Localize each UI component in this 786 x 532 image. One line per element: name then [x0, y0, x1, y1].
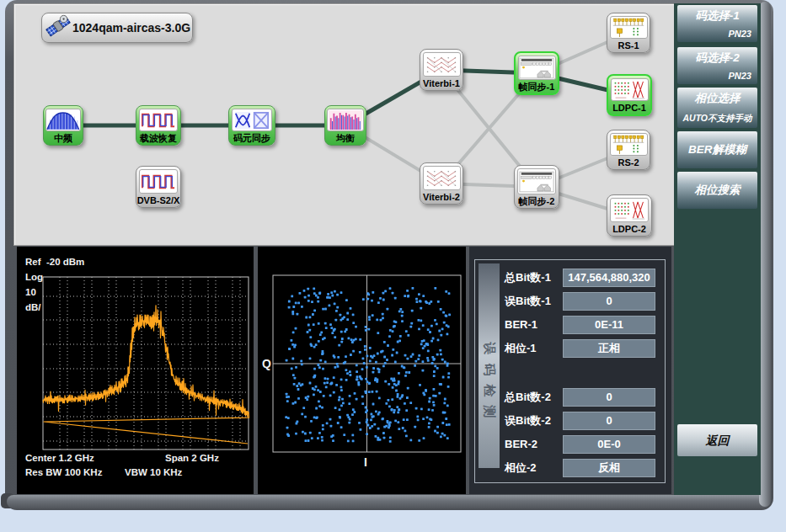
ber-row-value: 0 [563, 292, 655, 311]
signal-chain-panel: 1024qam-aircas-3.0G 中频载波恢复码元同步均衡DVB-S2/X… [13, 3, 676, 246]
trellis-icon [423, 166, 461, 190]
ber-panel: 误码检测 总Bit数-1147,564,880,320误Bit数-10BER-1… [469, 247, 671, 494]
sidebar-button-sublabel: AUTO不支持手动 [677, 113, 757, 125]
rs-icon [610, 133, 648, 156]
node-label: 载波恢复 [140, 131, 177, 145]
node-rs1[interactable]: RS-1 [607, 13, 650, 53]
ber-row-value: 0E-11 [563, 316, 655, 334]
spectrum-log-label: Log [25, 272, 43, 282]
node-label: Viterbi-1 [423, 77, 460, 90]
back-button[interactable]: 返回 [677, 424, 757, 456]
node-carrier[interactable]: 载波恢复 [136, 105, 181, 146]
sidebar: 码选择-1PN23码选择-2PN23相位选择AUTO不支持手动BER解模糊相位搜… [674, 3, 761, 495]
node-label: RS-1 [618, 39, 639, 52]
ber-row-value: 0 [563, 388, 655, 407]
ldpc-icon [611, 78, 649, 101]
sidebar-button-label: 码选择-2 [677, 51, 757, 66]
sidebar-button-2[interactable]: 码选择-2PN23 [677, 47, 757, 84]
node-label: 码元同步 [233, 131, 270, 145]
node-label: 帧同步-2 [519, 194, 555, 208]
satellite-icon [45, 13, 71, 42]
signal-title-button[interactable]: 1024qam-aircas-3.0G [41, 13, 193, 43]
spectrum-rbw-label: Res BW 100 KHz [25, 467, 102, 477]
node-label: 帧同步-1 [519, 80, 555, 93]
ber-row-value: 147,564,880,320 [563, 269, 655, 287]
sidebar-button-1[interactable]: 码选择-1PN23 [677, 5, 757, 42]
node-vit1[interactable]: Viterbi-1 [420, 49, 463, 91]
ber-row-label: 总Bit数-1 [505, 269, 551, 287]
node-label: LDPC-1 [612, 101, 646, 114]
spectrum-icon [45, 109, 81, 131]
constellation-q-label: Q [262, 357, 271, 370]
node-vit2[interactable]: Viterbi-2 [420, 162, 463, 205]
ber-row-label: BER-1 [505, 316, 537, 334]
node-if[interactable]: 中频 [43, 105, 83, 146]
node-label: Viterbi-2 [423, 190, 460, 204]
ber-row-label: 相位-2 [505, 459, 537, 477]
sidebar-button-label: BER解模糊 [677, 142, 757, 157]
node-ldpc1[interactable]: LDPC-1 [607, 74, 652, 116]
sidebar-button-label: 相位选择 [677, 91, 757, 106]
spectrum-span-label: Span 2 GHz [165, 453, 219, 463]
spectrum-ref-label: Ref -20 dBm [25, 257, 84, 267]
sidebar-button-4[interactable]: BER解模糊 [677, 131, 757, 168]
framesync-icon [517, 168, 557, 194]
node-label: LDPC-2 [612, 222, 646, 236]
equalizer-icon [327, 109, 363, 131]
rs-icon [610, 16, 648, 39]
spectrum-vbw-label: VBW 10 KHz [125, 467, 182, 477]
constellation-plot [258, 247, 466, 494]
node-ldpc2[interactable]: LDPC-2 [607, 194, 652, 237]
sidebar-button-5[interactable]: 相位搜索 [677, 172, 757, 209]
ber-row-label: 误Bit数-2 [505, 412, 551, 430]
sidebar-button-label: 码选择-1 [677, 8, 757, 24]
node-eq[interactable]: 均衡 [324, 105, 366, 146]
signal-title-label: 1024qam-aircas-3.0G [72, 21, 190, 35]
ber-row-label: BER-2 [505, 435, 537, 454]
ldpc-icon [610, 198, 650, 222]
ber-row-value: 0 [563, 412, 655, 430]
node-fs1[interactable]: 帧同步-1 [514, 51, 559, 95]
node-label: 中频 [54, 131, 72, 145]
spectrum-panel: Ref -20 dBm Log 10 dB/ Center 1.2 GHz Sp… [17, 247, 254, 494]
trellis-icon [423, 52, 461, 77]
spectrum-log-step: 10 [25, 287, 36, 297]
node-fs2[interactable]: 帧同步-2 [514, 165, 559, 209]
constellation-i-label: I [364, 455, 367, 469]
squarewave-icon [139, 169, 179, 194]
frame-right-bar [759, 2, 771, 507]
ber-side-label: 误码检测 [479, 290, 500, 479]
framesync-icon [518, 56, 556, 80]
node-label: RS-2 [618, 156, 639, 169]
ber-side-bar: 误码检测 [479, 263, 500, 468]
node-rs2[interactable]: RS-2 [607, 130, 650, 170]
ber-row-label: 总Bit数-2 [505, 388, 551, 407]
ber-row-value: 0E-0 [563, 435, 655, 454]
node-dvb[interactable]: DVB-S2/X [136, 166, 181, 208]
eye-icon [232, 109, 272, 131]
spectrum-db-label: dB/ [25, 302, 41, 312]
node-label: 均衡 [336, 131, 355, 145]
sidebar-button-sublabel: PN23 [728, 71, 751, 81]
ber-row-label: 误Bit数-1 [505, 292, 551, 311]
node-symsync[interactable]: 码元同步 [228, 105, 275, 146]
ber-row-value: 正相 [563, 339, 655, 358]
sidebar-button-sublabel: PN23 [728, 29, 751, 39]
sidebar-button-3[interactable]: 相位选择AUTO不支持手动 [677, 88, 757, 128]
ber-row-label: 相位-1 [505, 339, 537, 358]
frame-bottom-bar [7, 495, 770, 508]
sidebar-button-label: 相位搜索 [677, 183, 757, 198]
ber-row-value: 反相 [563, 459, 655, 477]
spectrum-center-label: Center 1.2 GHz [25, 453, 94, 463]
constellation-panel: Q I [258, 247, 466, 494]
squarewave-icon [139, 109, 179, 131]
node-label: DVB-S2/X [137, 194, 180, 207]
